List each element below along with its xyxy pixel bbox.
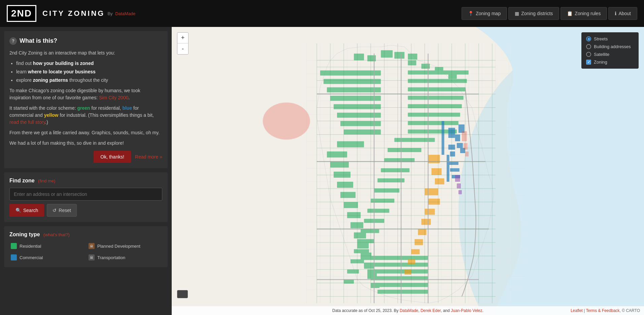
leaflet-link[interactable]: Leaflet [571, 308, 583, 313]
svg-rect-80 [377, 178, 404, 182]
rules-icon: 📋 [567, 11, 573, 16]
layer-control: Streets Building addresses Satellite Zon… [581, 32, 639, 69]
svg-rect-65 [421, 64, 430, 69]
svg-rect-118 [411, 249, 420, 254]
svg-rect-48 [344, 130, 381, 135]
nav-about[interactable]: ℹ About [608, 7, 637, 20]
info-para4: We had a lot of fun making this, so dive… [9, 140, 162, 147]
logo-by: By DataMade [107, 11, 135, 16]
read-more-button[interactable]: Read more » [135, 154, 162, 160]
svg-rect-126 [457, 183, 461, 188]
svg-rect-76 [394, 138, 435, 142]
logo-2nd: 2ND [11, 8, 32, 19]
map-footer: Data accurate as of Oct 25, 2023. By Dat… [172, 306, 644, 315]
svg-rect-74 [408, 121, 459, 125]
svg-rect-77 [387, 148, 421, 152]
svg-rect-112 [425, 188, 438, 195]
svg-rect-99 [455, 135, 460, 141]
grid-icon: ▦ [515, 11, 519, 16]
bullet-3: explore zoning patterns throughout the c… [16, 77, 162, 84]
left-panel: ? What is this? 2nd City Zoning is an in… [0, 27, 172, 315]
logo-city: CITY ZONING [42, 9, 105, 18]
zoning-item-commercial[interactable]: Commercial [9, 253, 84, 262]
zoning-item-transportation[interactable]: 🏛 Transportation [87, 253, 162, 262]
find-me-link[interactable]: (find me) [38, 178, 55, 183]
nav-zoning-districts[interactable]: ▦ Zoning districts [508, 7, 559, 20]
zoning-type-title: Zoning type (what's that?) [9, 232, 162, 238]
header: 2ND CITY ZONING By DataMade 📍 Zoning map… [0, 0, 644, 27]
svg-rect-38 [381, 50, 393, 58]
svg-rect-127 [459, 190, 462, 194]
juan-pablo-link[interactable]: Juan-Pablo Velez [451, 308, 482, 313]
svg-rect-55 [344, 202, 358, 208]
addresses-radio[interactable] [586, 44, 591, 49]
svg-rect-124 [465, 151, 469, 156]
ok-thanks-button[interactable]: Ok, thanks! [94, 151, 131, 163]
question-icon: ? [9, 37, 17, 45]
streets-radio[interactable] [586, 36, 591, 41]
svg-rect-87 [354, 249, 369, 253]
svg-rect-106 [448, 162, 459, 165]
zoning-grid: Residential 🏛 Planned Development Commer… [9, 242, 162, 262]
search-reset-row: 🔍 Search ↺ Reset [9, 204, 162, 217]
info-box: ? What is this? 2nd City Zoning is an in… [4, 31, 168, 168]
layer-zoning[interactable]: Zoning [586, 60, 634, 65]
layer-building-addresses[interactable]: Building addresses [586, 44, 634, 49]
svg-rect-102 [450, 151, 455, 156]
search-button[interactable]: 🔍 Search [9, 204, 44, 217]
layer-streets[interactable]: Streets [586, 36, 634, 41]
satellite-radio[interactable] [586, 52, 591, 57]
derek-eder-link[interactable]: Derek Eder [420, 308, 441, 313]
nav-buttons: 📍 Zoning map ▦ Zoning districts 📋 Zoning… [462, 7, 637, 20]
nav-zoning-rules[interactable]: 📋 Zoning rules [561, 7, 607, 20]
search-icon: 🔍 [15, 208, 21, 213]
datamade-footer-link[interactable]: DataMade [400, 308, 418, 313]
zoom-in-button[interactable]: + [177, 33, 188, 43]
transportation-color: 🏛 [89, 254, 95, 260]
svg-rect-70 [408, 87, 465, 91]
map-svg [172, 27, 644, 315]
svg-rect-57 [350, 222, 363, 228]
zoning-checkbox[interactable] [586, 60, 591, 65]
zoning-item-residential[interactable]: Residential [9, 242, 84, 250]
datamade-link[interactable]: DataMade [115, 11, 135, 16]
info-btn-row: Ok, thanks! Read more » [9, 151, 162, 163]
zoning-type-what[interactable]: (what's that?) [43, 232, 70, 237]
svg-rect-59 [357, 242, 369, 248]
main-content: ? What is this? 2nd City Zoning is an in… [0, 27, 644, 315]
reset-button[interactable]: ↺ Reset [47, 204, 77, 217]
svg-rect-92 [364, 263, 428, 267]
reset-icon: ↺ [53, 208, 57, 213]
svg-rect-96 [377, 290, 428, 294]
zoom-out-button[interactable]: - [177, 43, 188, 54]
svg-rect-101 [457, 143, 463, 148]
zoning-item-planned[interactable]: 🏛 Planned Development [87, 242, 162, 250]
svg-rect-40 [408, 54, 417, 60]
full-story-link[interactable]: read the full story [9, 119, 45, 125]
bullet-2: learn where to locate your business [16, 68, 162, 75]
nav-zoning-map[interactable]: 📍 Zoning map [462, 7, 507, 20]
svg-rect-42 [324, 79, 381, 84]
svg-rect-117 [415, 239, 423, 245]
svg-rect-81 [374, 188, 399, 193]
info-para1: To make Chicago's zoning code digestible… [9, 87, 162, 101]
svg-rect-79 [381, 168, 409, 172]
minimap-button[interactable] [177, 290, 188, 298]
zoning-type-box: Zoning type (what's that?) Residential 🏛… [4, 226, 168, 267]
svg-rect-107 [450, 168, 460, 172]
simcity-link[interactable]: Sim City 2000 [99, 95, 128, 100]
commercial-color [11, 254, 17, 260]
info-title: ? What is this? [9, 36, 162, 45]
svg-rect-116 [418, 229, 427, 235]
planned-color: 🏛 [89, 243, 95, 249]
svg-rect-67 [448, 74, 457, 79]
map-area[interactable]: + - Streets Building addresses Satellite… [172, 27, 644, 315]
svg-rect-39 [394, 52, 404, 59]
leaflet-links: Leaflet | Terms & Feedback, © CARTO [571, 308, 640, 313]
svg-rect-119 [408, 259, 415, 265]
svg-rect-114 [425, 209, 435, 215]
address-input[interactable] [9, 188, 162, 201]
svg-point-121 [263, 103, 310, 140]
layer-satellite[interactable]: Satellite [586, 52, 634, 57]
terms-link[interactable]: Terms & Feedback [586, 308, 620, 313]
